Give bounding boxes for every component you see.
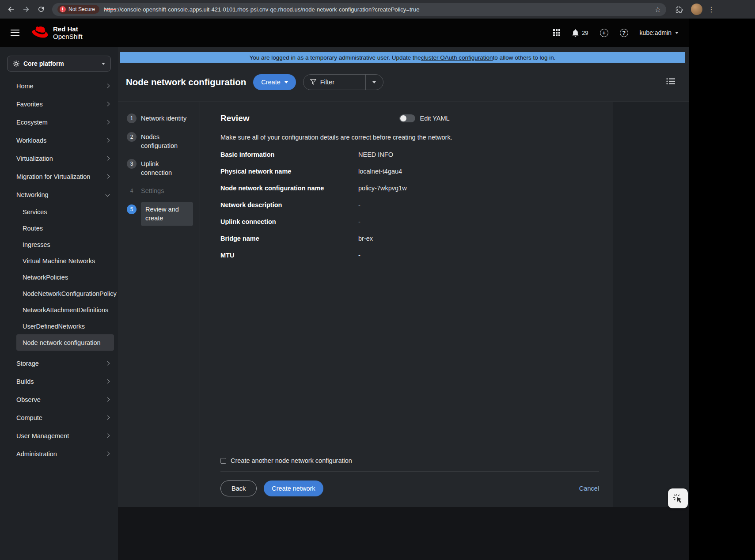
app-launcher-grid-icon[interactable] xyxy=(553,29,560,36)
review-fields: Basic information NEED INFO Physical net… xyxy=(220,146,599,264)
add-circle-icon[interactable]: + xyxy=(600,29,608,37)
wizard-step-network-identity[interactable]: 1 Network identity xyxy=(125,109,196,128)
sidebar-item-virtual-machine-networks[interactable]: Virtual Machine Networks xyxy=(0,253,118,269)
screen-click-indicator xyxy=(668,488,688,508)
step-number-badge: 4 xyxy=(127,186,137,196)
sidebar-item-networking[interactable]: Networking xyxy=(0,185,118,204)
back-button[interactable]: Back xyxy=(220,481,257,496)
address-bar[interactable]: Not Secure https://console-openshift-con… xyxy=(52,3,666,16)
help-circle-icon[interactable]: ? xyxy=(620,29,628,37)
browser-forward-icon[interactable] xyxy=(19,3,33,16)
review-title: Review xyxy=(220,114,249,123)
browser-profile-avatar[interactable] xyxy=(691,4,702,15)
chevron-down-icon xyxy=(106,193,110,197)
sidebar-item-networkattachmentdefinitions[interactable]: NetworkAttachmentDefinitions xyxy=(0,302,118,318)
chevron-right-icon xyxy=(106,452,110,456)
sidebar-item-networkpolicies[interactable]: NetworkPolicies xyxy=(0,269,118,285)
chevron-right-icon xyxy=(106,138,110,143)
sidebar-item-favorites[interactable]: Favorites xyxy=(0,95,118,113)
create-another-checkbox[interactable] xyxy=(220,458,226,464)
step-number-badge: 1 xyxy=(127,114,137,123)
filter-funnel-icon xyxy=(310,79,316,85)
sidebar-item-user-management[interactable]: User Management xyxy=(0,427,118,445)
browser-reload-icon[interactable] xyxy=(34,3,48,16)
nav-toggle-hamburger-icon[interactable] xyxy=(11,30,19,36)
extensions-icon[interactable] xyxy=(672,3,686,16)
user-menu[interactable]: kube:admin xyxy=(640,29,679,36)
temporary-admin-banner: You are logged in as a temporary adminis… xyxy=(120,52,685,63)
review-field-bridge-name: Bridge name br-ex xyxy=(220,230,599,247)
chevron-right-icon xyxy=(106,84,110,88)
chevron-down-icon xyxy=(102,63,105,65)
chevron-right-icon xyxy=(106,379,110,384)
review-field-uplink-connection: Uplink connection - xyxy=(220,213,599,230)
redhat-hat-icon xyxy=(32,26,49,39)
brand-text: Red Hat OpenShift xyxy=(53,26,83,40)
create-wizard: 1 Network identity 2 Nodes configuration… xyxy=(118,102,689,507)
not-secure-icon xyxy=(60,6,66,12)
redhat-openshift-logo[interactable]: Red Hat OpenShift xyxy=(32,26,83,40)
wizard-footer: Back Create network Cancel xyxy=(220,472,599,507)
chevron-right-icon xyxy=(106,434,110,438)
wizard-steps-nav: 1 Network identity 2 Nodes configuration… xyxy=(118,102,200,507)
edit-yaml-toggle[interactable] xyxy=(399,114,415,122)
create-dropdown-button[interactable]: Create xyxy=(253,74,296,90)
review-description: Make sure all of your configuration deta… xyxy=(220,134,599,141)
sidebar-item-node-network-configuration[interactable]: Node network configuration xyxy=(16,334,114,351)
caret-down-icon xyxy=(285,81,288,83)
sidebar-item-storage[interactable]: Storage xyxy=(0,354,118,372)
sidebar-item-ecosystem[interactable]: Ecosystem xyxy=(0,113,118,131)
wizard-step-uplink-connection[interactable]: 3 Uplink connection xyxy=(125,155,196,182)
wizard-step-review-and-create[interactable]: 5 Review and create xyxy=(125,200,196,230)
browser-menu-icon[interactable]: ⋮ xyxy=(708,5,715,14)
page-title: Node network configuration xyxy=(126,77,246,87)
sidebar-item-routes[interactable]: Routes xyxy=(0,220,118,236)
sidebar-item-compute[interactable]: Compute xyxy=(0,409,118,427)
create-network-button[interactable]: Create network xyxy=(264,481,323,496)
notification-bell-icon xyxy=(572,29,579,37)
content-bottom-gutter xyxy=(118,507,689,560)
toggle-knob xyxy=(400,115,406,121)
wizard-step-nodes-configuration[interactable]: 2 Nodes configuration xyxy=(125,128,196,155)
cluster-oauth-configuration-link[interactable]: cluster OAuth configuration xyxy=(421,54,493,61)
sidebar-item-nodenetworkconfigurationpolicy[interactable]: NodeNetworkConfigurationPolicy xyxy=(0,285,118,302)
filter-dropdown[interactable]: Filter xyxy=(303,74,383,90)
sidebar-item-virtualization[interactable]: Virtualization xyxy=(0,149,118,167)
review-field-physical-network-name: Physical network name localnet-t4gau4 xyxy=(220,163,599,180)
chevron-down-icon xyxy=(675,32,679,34)
step-number-badge: 2 xyxy=(127,132,137,142)
perspective-switcher[interactable]: Core platform xyxy=(7,56,111,72)
caret-down-icon xyxy=(372,81,376,83)
sidebar-item-services[interactable]: Services xyxy=(0,204,118,220)
main-content: You are logged in as a temporary adminis… xyxy=(118,47,689,560)
sidebar-item-home[interactable]: Home xyxy=(0,77,118,95)
sidebar-item-builds[interactable]: Builds xyxy=(0,372,118,390)
browser-back-icon[interactable] xyxy=(4,3,18,16)
content-right-gutter xyxy=(613,102,689,507)
list-view-icon[interactable] xyxy=(666,78,675,87)
page-header: Node network configuration Create Filter xyxy=(118,63,689,102)
sidebar-item-workloads[interactable]: Workloads xyxy=(0,131,118,149)
chevron-right-icon xyxy=(106,361,110,366)
sidebar-item-ingresses[interactable]: Ingresses xyxy=(0,236,118,253)
not-secure-badge[interactable]: Not Secure xyxy=(57,5,99,14)
bookmark-star-icon[interactable]: ☆ xyxy=(655,5,661,14)
chevron-right-icon xyxy=(106,102,110,106)
url-text: https://console-openshift-console.apps.u… xyxy=(104,6,650,13)
sidebar-item-observe[interactable]: Observe xyxy=(0,390,118,409)
review-field-basic-information: Basic information NEED INFO xyxy=(220,146,599,163)
step-number-badge: 5 xyxy=(127,204,137,214)
sidebar-item-userdefinednetworks[interactable]: UserDefinedNetworks xyxy=(0,318,118,334)
review-field-network-description: Network description - xyxy=(220,197,599,213)
notifications-button[interactable]: 29 xyxy=(572,29,588,37)
review-field-mtu: MTU - xyxy=(220,247,599,264)
notification-count: 29 xyxy=(582,30,588,36)
cancel-button[interactable]: Cancel xyxy=(579,485,599,492)
sidebar-item-migration-for-virtualization[interactable]: Migration for Virtualization xyxy=(0,167,118,185)
masthead: Red Hat OpenShift 29 + ? kube:admin xyxy=(0,19,689,47)
sidebar-item-administration[interactable]: Administration xyxy=(0,445,118,463)
sidebar: Core platform Home Favorites Ecosystem W… xyxy=(0,47,118,560)
cursor-icon xyxy=(672,493,684,504)
openshift-console-page: Red Hat OpenShift 29 + ? kube:admin xyxy=(0,19,689,560)
screen: Not Secure https://console-openshift-con… xyxy=(0,0,755,560)
